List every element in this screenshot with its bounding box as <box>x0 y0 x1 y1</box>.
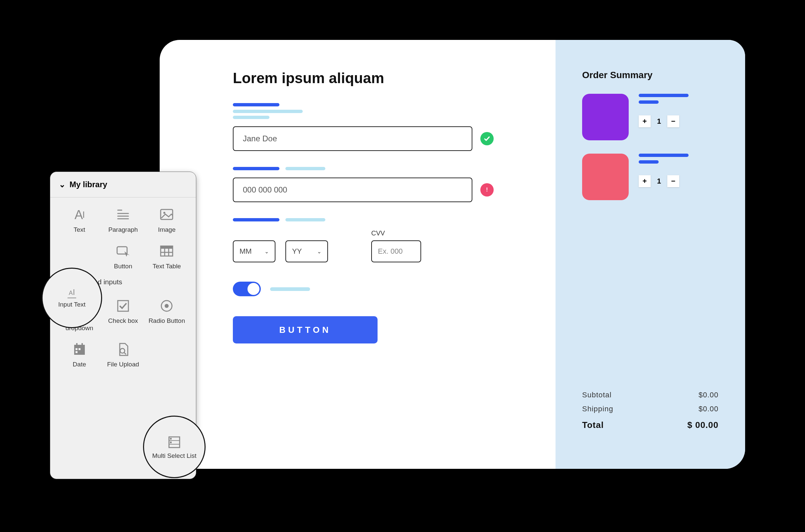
component-radio[interactable]: Radio Button <box>145 298 189 332</box>
order-summary-panel: Order Summary + 1 − <box>556 40 745 469</box>
svg-rect-22 <box>76 343 77 346</box>
svg-rect-23 <box>81 343 83 346</box>
qty-value: 1 <box>651 177 667 186</box>
svg-rect-15 <box>118 301 128 311</box>
svg-rect-21 <box>75 351 77 353</box>
svg-rect-30 <box>170 441 172 443</box>
button-icon <box>115 243 131 259</box>
order-summary-title: Order Summary <box>582 70 718 80</box>
highlight-input-text[interactable]: AI Input Text <box>42 268 102 328</box>
svg-point-5 <box>163 212 165 214</box>
qty-decrease-button[interactable]: − <box>667 175 679 187</box>
product-title-placeholder <box>639 94 689 104</box>
totals-section: Subtotal $0.00 Shipping $0.00 Total $ 00… <box>582 391 718 436</box>
field-label-placeholder <box>233 103 522 119</box>
subtotal-label: Subtotal <box>582 391 612 399</box>
field-label-placeholder <box>233 218 522 222</box>
quantity-stepper: + 1 − <box>639 175 689 187</box>
check-icon <box>480 132 494 145</box>
form-column: Lorem ipsum aliquam Jane Doe 000 000 000… <box>160 40 556 469</box>
svg-line-25 <box>124 353 126 355</box>
qty-decrease-button[interactable]: − <box>667 115 679 127</box>
library-title: My library <box>70 180 107 189</box>
calendar-icon <box>72 341 88 358</box>
quantity-stepper: + 1 − <box>639 115 689 127</box>
chevron-down-icon: ⌄ <box>317 248 321 255</box>
paragraph-icon <box>115 207 131 223</box>
svg-rect-8 <box>161 246 173 249</box>
total-label: Total <box>582 420 604 430</box>
year-select[interactable]: YY ⌄ <box>285 241 328 262</box>
table-icon <box>159 243 175 259</box>
qty-value: 1 <box>651 117 667 126</box>
component-button[interactable]: Button <box>101 243 145 270</box>
shipping-label: Shipping <box>582 405 613 413</box>
shipping-value: $0.00 <box>698 405 718 413</box>
qty-increase-button[interactable]: + <box>639 175 651 187</box>
month-value: MM <box>240 247 252 256</box>
phone-input[interactable]: 000 000 000 <box>233 177 472 202</box>
svg-point-17 <box>165 304 169 308</box>
page-title: Lorem ipsum aliquam <box>233 70 522 87</box>
svg-rect-20 <box>78 348 80 350</box>
toggle-label-placeholder <box>270 287 310 291</box>
product-thumbnail <box>582 154 629 200</box>
radio-icon <box>159 298 175 314</box>
svg-rect-19 <box>75 348 77 350</box>
component-file-upload[interactable]: File Upload <box>101 341 145 368</box>
qty-increase-button[interactable]: + <box>639 115 651 127</box>
field-label-placeholder <box>233 167 522 170</box>
library-header[interactable]: ⌄ My library <box>50 172 196 197</box>
component-checkbox[interactable]: Check box <box>101 298 145 332</box>
image-icon <box>159 207 175 223</box>
warning-icon: ! <box>480 183 494 196</box>
name-input[interactable]: Jane Doe <box>233 126 472 151</box>
component-date[interactable]: Date <box>58 341 101 368</box>
input-text-icon: AI <box>68 288 76 298</box>
text-icon: AI <box>72 207 88 223</box>
cvv-label: CVV <box>371 229 421 237</box>
year-value: YY <box>292 247 302 256</box>
month-select[interactable]: MM ⌄ <box>233 241 276 262</box>
svg-point-24 <box>120 348 125 353</box>
product-title-placeholder <box>639 154 689 164</box>
order-item: + 1 − <box>582 154 718 200</box>
cvv-input[interactable]: Ex. 000 <box>371 241 421 262</box>
total-value: $ 00.00 <box>687 420 718 430</box>
subtotal-value: $0.00 <box>698 391 718 399</box>
order-item: + 1 − <box>582 94 718 140</box>
checkbox-icon <box>115 298 131 314</box>
component-image[interactable]: Image <box>145 207 189 233</box>
product-thumbnail <box>582 94 629 140</box>
toggle-switch[interactable] <box>233 282 261 296</box>
submit-button[interactable]: BUTTON <box>233 316 377 343</box>
component-text-table[interactable]: Text Table <box>145 243 189 270</box>
highlight-label: Input Text <box>58 301 86 308</box>
file-upload-icon <box>115 341 131 358</box>
highlight-multi-select[interactable]: Multi Select List <box>143 416 206 478</box>
component-text[interactable]: AI Text <box>58 207 101 233</box>
chevron-down-icon: ⌄ <box>264 248 269 255</box>
component-paragraph[interactable]: Paragraph <box>101 207 145 233</box>
multi-select-icon <box>166 434 182 450</box>
highlight-label: Multi Select List <box>152 452 196 459</box>
chevron-down-icon: ⌄ <box>59 180 65 189</box>
svg-rect-29 <box>170 438 172 440</box>
form-preview-canvas: Lorem ipsum aliquam Jane Doe 000 000 000… <box>160 40 745 469</box>
